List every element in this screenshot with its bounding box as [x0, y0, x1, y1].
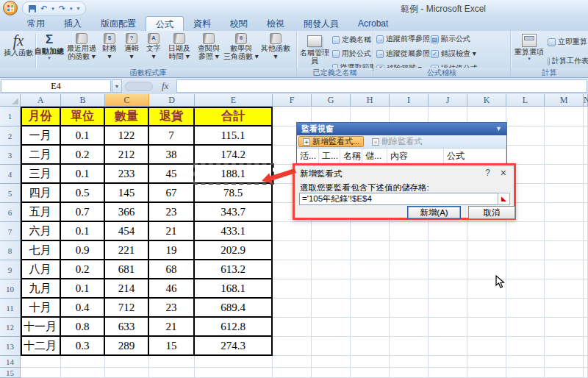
table-cell[interactable]: 689.4: [195, 299, 273, 318]
table-cell[interactable]: 0.1: [61, 279, 105, 299]
table-cell[interactable]: 233: [105, 165, 149, 184]
column-header-C[interactable]: C: [105, 94, 149, 107]
row-header-10[interactable]: 10: [0, 279, 21, 299]
row-header-6[interactable]: 6: [0, 203, 21, 222]
table-cell[interactable]: 十月: [21, 299, 61, 318]
table-header-cell[interactable]: 退貨: [149, 107, 195, 126]
auditing-2[interactable]: →追蹤從屬參照: [376, 47, 429, 60]
tab-檢視[interactable]: 檢視: [257, 16, 294, 31]
table-cell[interactable]: 45: [149, 165, 195, 184]
tab-資料[interactable]: 資料: [184, 16, 220, 31]
table-header-cell[interactable]: 月份: [21, 107, 61, 126]
row-header-7[interactable]: 7: [0, 222, 21, 241]
tab-常用[interactable]: 常用: [18, 16, 54, 31]
column-header-E[interactable]: E: [195, 94, 273, 107]
calculation-options-button[interactable]: 重算選項 ▾: [513, 32, 545, 61]
column-header-H[interactable]: H: [351, 94, 390, 107]
tab-Acrobat[interactable]: Acrobat: [348, 16, 398, 31]
column-header-J[interactable]: J: [429, 94, 467, 107]
column-header-L[interactable]: L: [506, 94, 545, 107]
table-cell[interactable]: 十二月: [21, 337, 61, 356]
autosum-button[interactable]: Σ 自動加總 ▾: [34, 32, 65, 60]
table-cell[interactable]: 六月: [21, 222, 61, 241]
customize-qat-icon[interactable]: ▾: [76, 4, 79, 13]
table-cell[interactable]: 0.4: [61, 299, 105, 318]
tab-版面配置[interactable]: 版面配置: [91, 16, 146, 31]
table-cell[interactable]: 212: [105, 146, 149, 165]
dialog-add-button[interactable]: 新增(A): [407, 206, 461, 219]
table-cell[interactable]: 0.1: [61, 165, 105, 184]
table-cell[interactable]: 681: [105, 260, 149, 279]
tab-公式[interactable]: 公式: [146, 16, 184, 32]
add-watch-button[interactable]: + 新增監看式...: [298, 136, 364, 147]
table-cell[interactable]: 0.5: [61, 184, 105, 203]
table-cell[interactable]: 188.1: [195, 165, 273, 184]
row-header-11[interactable]: 11: [0, 299, 21, 318]
table-cell[interactable]: 15: [149, 337, 195, 356]
office-button[interactable]: [3, 1, 18, 15]
column-header-A[interactable]: A: [21, 94, 61, 107]
table-cell[interactable]: 0.1: [61, 222, 105, 241]
table-cell[interactable]: 613.2: [195, 260, 273, 279]
watch-reference-input[interactable]: ='105年紀錄'!$E$4: [299, 193, 499, 205]
table-cell[interactable]: 115.1: [195, 126, 273, 146]
table-cell[interactable]: 0.2: [61, 260, 105, 279]
table-cell[interactable]: 174.2: [195, 146, 273, 165]
tab-插入[interactable]: 插入: [54, 16, 91, 31]
table-header-cell[interactable]: 數量: [105, 107, 149, 126]
table-cell[interactable]: 七月: [21, 241, 61, 260]
column-header-K[interactable]: K: [467, 94, 506, 107]
table-cell[interactable]: 九月: [21, 279, 61, 299]
table-cell[interactable]: 五月: [21, 203, 61, 222]
redo-dropdown-icon[interactable]: ▾: [70, 4, 73, 13]
table-cell[interactable]: 633: [105, 318, 149, 337]
row-header-5[interactable]: 5: [0, 184, 21, 203]
table-cell[interactable]: 19: [149, 241, 195, 260]
table-cell[interactable]: 122: [105, 126, 149, 146]
panel-menu-arrow-icon[interactable]: ▼: [495, 123, 502, 135]
undo-dropdown-icon[interactable]: ▾: [51, 4, 54, 13]
defined-names-item-2[interactable]: 用於公式 ▾: [332, 47, 373, 60]
table-cell[interactable]: 一月: [21, 126, 61, 146]
auditing-4[interactable]: ▤顯示公式: [431, 32, 479, 46]
table-cell[interactable]: 21: [149, 222, 195, 241]
watch-window-titlebar[interactable]: 監看視窗 ▼: [297, 123, 506, 135]
row-header-3[interactable]: 3: [0, 146, 21, 165]
function-category-7[interactable]: θ數學與三角函數 ▾: [223, 33, 259, 60]
row-header-9[interactable]: 9: [0, 260, 21, 279]
calc-item-1[interactable]: 立即重算: [548, 35, 588, 49]
table-cell[interactable]: 八月: [21, 260, 61, 279]
table-cell[interactable]: 202.9: [195, 241, 273, 260]
function-category-6[interactable]: 查閱與參照 ▾: [194, 33, 223, 60]
column-header-B[interactable]: B: [61, 94, 105, 107]
function-category-2[interactable]: $財務▾: [98, 33, 121, 60]
table-cell[interactable]: 221: [105, 241, 149, 260]
table-cell[interactable]: 145: [105, 184, 149, 203]
save-icon[interactable]: [29, 5, 36, 13]
row-header-8[interactable]: 8: [0, 241, 21, 260]
column-header-M[interactable]: M: [545, 94, 584, 107]
table-cell[interactable]: 712: [105, 299, 149, 318]
row-header-12[interactable]: 12: [0, 318, 21, 337]
defined-names-item-1[interactable]: 定義名稱 ▾: [332, 33, 373, 46]
dialog-close-icon[interactable]: ×: [501, 167, 506, 179]
function-category-5[interactable]: 日期及時間 ▾: [165, 33, 194, 60]
column-header-D[interactable]: D: [149, 94, 195, 107]
table-cell[interactable]: 274.3: [195, 337, 273, 356]
table-cell[interactable]: 21: [149, 318, 195, 337]
auditing-5[interactable]: ✓錯誤檢查 ▾: [431, 47, 479, 60]
row-header-2[interactable]: 2: [0, 126, 21, 146]
table-cell[interactable]: 0.9: [61, 241, 105, 260]
table-cell[interactable]: 78.5: [195, 184, 273, 203]
formula-input[interactable]: [176, 79, 587, 93]
table-header-cell[interactable]: 合計: [195, 107, 273, 126]
table-cell[interactable]: 二月: [21, 146, 61, 165]
function-category-8[interactable]: 其他函數▾: [259, 33, 293, 60]
column-header-I[interactable]: I: [390, 94, 429, 107]
table-cell[interactable]: 十一月: [21, 318, 61, 337]
delete-watch-button[interactable]: × 刪除監看式: [368, 136, 426, 147]
column-header-N[interactable]: N: [584, 94, 588, 107]
tab-開發人員[interactable]: 開發人員: [294, 16, 348, 31]
row-header-15[interactable]: 15: [0, 368, 21, 378]
auditing-1[interactable]: →追蹤前導參照: [376, 32, 429, 46]
